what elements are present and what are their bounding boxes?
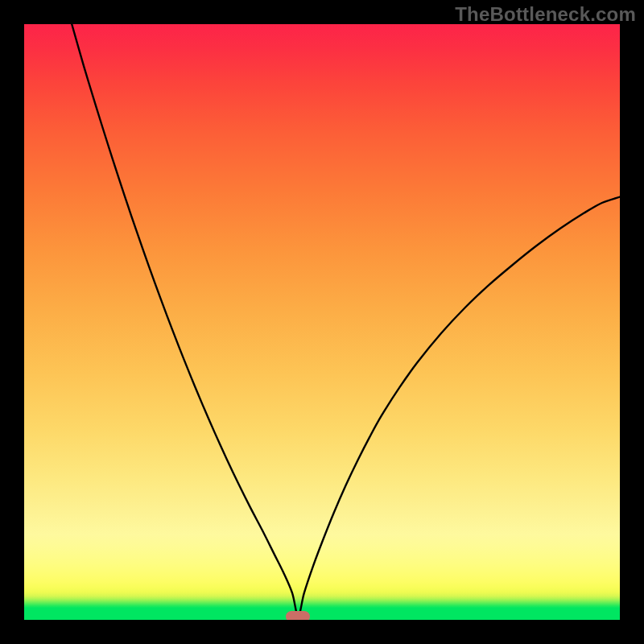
minimum-marker bbox=[286, 611, 310, 620]
plot-area bbox=[24, 24, 620, 620]
watermark-text: TheBottleneck.com bbox=[455, 3, 636, 26]
chart-frame: TheBottleneck.com bbox=[0, 0, 644, 644]
bottleneck-curve bbox=[24, 24, 620, 620]
